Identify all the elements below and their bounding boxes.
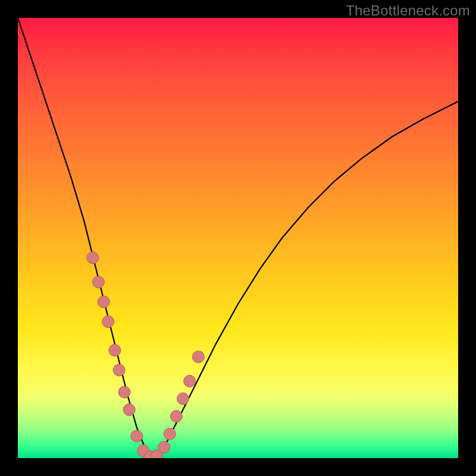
marker-point (92, 276, 104, 288)
marker-point (87, 252, 99, 264)
curve-layer (18, 18, 458, 458)
bottleneck-curve (18, 18, 458, 458)
marker-point (184, 375, 196, 387)
marker-point (123, 404, 135, 416)
marker-point (118, 386, 130, 398)
marker-point (113, 364, 125, 376)
marker-layer (87, 252, 205, 458)
marker-point (109, 345, 121, 356)
marker-point (98, 296, 109, 308)
marker-point (102, 316, 114, 328)
marker-point (170, 411, 182, 422)
watermark-text: TheBottleneck.com (346, 2, 470, 19)
marker-point (158, 441, 170, 453)
chart-frame: TheBottleneck.com (0, 0, 476, 476)
marker-point (177, 393, 189, 405)
marker-point (192, 351, 204, 363)
chart-svg (18, 18, 458, 458)
marker-point (164, 428, 176, 440)
plot-area (18, 18, 458, 458)
marker-point (131, 430, 143, 442)
